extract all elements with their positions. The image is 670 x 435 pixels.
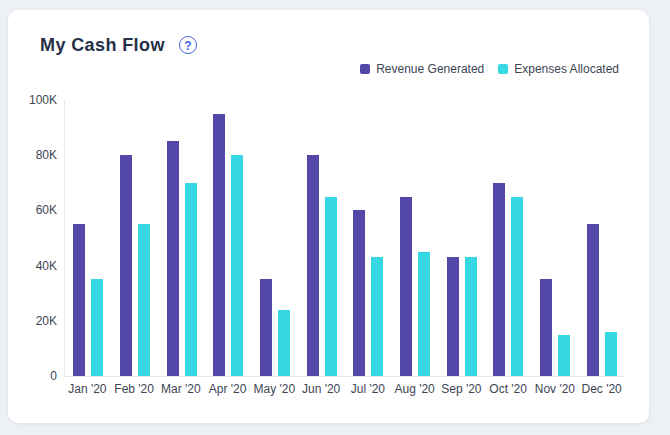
x-axis-label: Oct '20 [485, 382, 532, 396]
card-header: My Cash Flow ? [40, 32, 633, 58]
x-axis-labels: Jan '20Feb '20Mar '20Apr '20May '20Jun '… [64, 382, 625, 396]
y-axis-tick-label: 100K [29, 93, 57, 107]
plot-area: 020K40K60K80K100K [64, 100, 625, 377]
y-axis-tick-label: 20K [36, 314, 57, 328]
bar-group [65, 100, 112, 376]
revenue-generated-bar[interactable] [307, 155, 319, 376]
expenses-allocated-bar[interactable] [325, 197, 337, 376]
expenses-allocated-bar[interactable] [558, 335, 570, 376]
legend-label: Revenue Generated [376, 62, 484, 76]
expenses-allocated-bar[interactable] [91, 279, 103, 376]
help-icon[interactable]: ? [179, 36, 197, 54]
revenue-generated-bar[interactable] [260, 279, 272, 376]
bar-group [485, 100, 532, 376]
y-axis-tick-label: 60K [36, 203, 57, 217]
legend-item-revenue[interactable]: Revenue Generated [360, 62, 484, 76]
expenses-allocated-bar[interactable] [418, 252, 430, 376]
bar-chart: 020K40K60K80K100K Jan '20Feb '20Mar '20A… [64, 100, 625, 396]
x-axis-label: Aug '20 [391, 382, 438, 396]
x-axis-label: Nov '20 [532, 382, 579, 396]
bar-group [252, 100, 299, 376]
x-axis-label: Jul '20 [345, 382, 392, 396]
y-axis-tick-label: 0 [50, 369, 57, 383]
y-axis-tick-label: 40K [36, 259, 57, 273]
x-axis-label: May '20 [251, 382, 298, 396]
bar-group [438, 100, 485, 376]
expenses-allocated-bar[interactable] [465, 257, 477, 376]
expenses-allocated-bar[interactable] [278, 310, 290, 376]
x-axis-label: Dec '20 [578, 382, 625, 396]
x-axis-label: Mar '20 [158, 382, 205, 396]
revenue-generated-bar[interactable] [587, 224, 599, 376]
x-axis-label: Jun '20 [298, 382, 345, 396]
expenses-allocated-bar[interactable] [605, 332, 617, 376]
revenue-generated-bar[interactable] [353, 210, 365, 376]
expenses-allocated-bar[interactable] [371, 257, 383, 376]
expenses-allocated-bar[interactable] [511, 197, 523, 376]
x-axis-label: Feb '20 [111, 382, 158, 396]
bar-group [205, 100, 252, 376]
expenses-allocated-bar[interactable] [185, 183, 197, 376]
revenue-generated-bar[interactable] [493, 183, 505, 376]
revenue-swatch-icon [360, 64, 370, 74]
x-axis-label: Apr '20 [204, 382, 251, 396]
revenue-generated-bar[interactable] [167, 141, 179, 376]
x-axis-label: Sep '20 [438, 382, 485, 396]
revenue-generated-bar[interactable] [213, 114, 225, 376]
bar-group [578, 100, 625, 376]
cash-flow-card: My Cash Flow ? Revenue Generated Expense… [8, 10, 649, 423]
page-title: My Cash Flow [40, 35, 165, 56]
expenses-swatch-icon [498, 64, 508, 74]
bar-group [112, 100, 159, 376]
y-axis-tick-label: 80K [36, 148, 57, 162]
bar-group [345, 100, 392, 376]
revenue-generated-bar[interactable] [400, 197, 412, 376]
bar-group [532, 100, 579, 376]
bar-group [392, 100, 439, 376]
bar-group [298, 100, 345, 376]
legend-item-expenses[interactable]: Expenses Allocated [498, 62, 619, 76]
revenue-generated-bar[interactable] [120, 155, 132, 376]
x-axis-label: Jan '20 [64, 382, 111, 396]
expenses-allocated-bar[interactable] [231, 155, 243, 376]
revenue-generated-bar[interactable] [447, 257, 459, 376]
chart-legend: Revenue Generated Expenses Allocated [40, 60, 633, 78]
bar-group [158, 100, 205, 376]
expenses-allocated-bar[interactable] [138, 224, 150, 376]
revenue-generated-bar[interactable] [540, 279, 552, 376]
bar-groups [65, 100, 625, 376]
legend-label: Expenses Allocated [514, 62, 619, 76]
revenue-generated-bar[interactable] [73, 224, 85, 376]
